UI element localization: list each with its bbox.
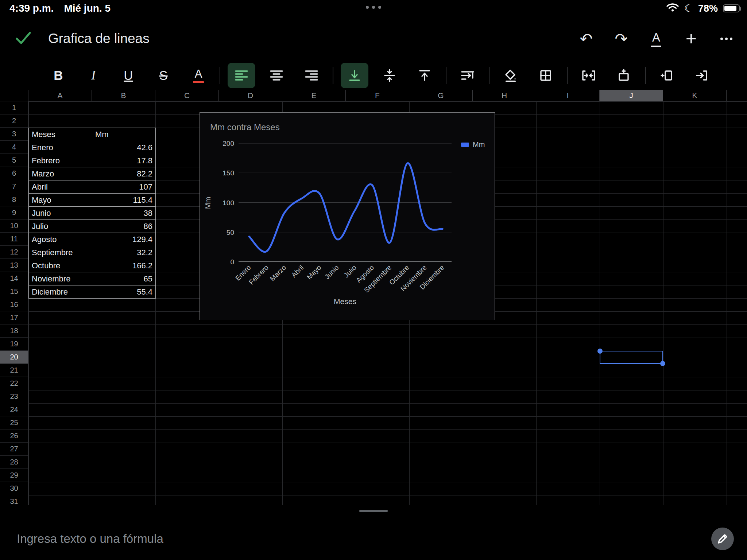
valign-bottom-button[interactable] bbox=[341, 63, 368, 88]
more-options-button[interactable] bbox=[713, 26, 739, 51]
merge-cells-button[interactable] bbox=[575, 63, 603, 88]
row-header-22[interactable]: 22 bbox=[0, 377, 28, 390]
cell-label[interactable]: Abril bbox=[29, 180, 92, 194]
cell-label[interactable]: Enero bbox=[29, 141, 92, 154]
text-color-button[interactable]: A bbox=[185, 63, 212, 88]
row-header-20[interactable]: 20 bbox=[0, 351, 28, 364]
cell-label[interactable]: Febrero bbox=[29, 154, 92, 167]
strikethrough-button[interactable]: S bbox=[150, 63, 177, 88]
borders-button[interactable] bbox=[532, 63, 560, 88]
cell-label[interactable]: Marzo bbox=[29, 167, 92, 180]
bold-button[interactable]: B bbox=[44, 63, 72, 88]
cell-value[interactable]: 42.6 bbox=[92, 141, 156, 154]
cell-value[interactable]: 55.4 bbox=[92, 285, 156, 299]
row-header-10[interactable]: 10 bbox=[0, 219, 28, 233]
cell-value[interactable]: 166.2 bbox=[92, 259, 156, 272]
document-title[interactable]: Grafica de lineas bbox=[48, 31, 150, 46]
cell-label[interactable]: Diciembre bbox=[29, 285, 92, 299]
cell-value[interactable]: 129.4 bbox=[92, 233, 156, 246]
column-header-B[interactable]: B bbox=[92, 90, 155, 101]
cell-value[interactable]: 17.8 bbox=[92, 154, 156, 167]
row-header-24[interactable]: 24 bbox=[0, 403, 28, 416]
insert-column-left-button[interactable] bbox=[653, 63, 681, 88]
valign-top-button[interactable] bbox=[411, 63, 438, 88]
column-header-G[interactable]: G bbox=[409, 90, 473, 101]
undo-button[interactable]: ↶ bbox=[573, 26, 599, 51]
row-header-28[interactable]: 28 bbox=[0, 456, 28, 469]
row-header-31[interactable]: 31 bbox=[0, 495, 28, 505]
fill-color-button[interactable] bbox=[497, 63, 525, 88]
underline-button[interactable]: U bbox=[115, 63, 142, 88]
selection-handle-bottom-right[interactable] bbox=[660, 361, 665, 366]
row-header-16[interactable]: 16 bbox=[0, 298, 28, 311]
row-header-29[interactable]: 29 bbox=[0, 469, 28, 482]
italic-button[interactable]: I bbox=[80, 63, 107, 88]
row-header-25[interactable]: 25 bbox=[0, 416, 28, 429]
row-header-27[interactable]: 27 bbox=[0, 443, 28, 456]
column-header-H[interactable]: H bbox=[473, 90, 536, 101]
align-left-button[interactable] bbox=[228, 63, 255, 88]
row-header-12[interactable]: 12 bbox=[0, 246, 28, 259]
row-header-11[interactable]: 11 bbox=[0, 233, 28, 246]
column-header-E[interactable]: E bbox=[282, 90, 346, 101]
row-header-19[interactable]: 19 bbox=[0, 338, 28, 351]
row-header-13[interactable]: 13 bbox=[0, 259, 28, 272]
cell-label[interactable]: Noviembre bbox=[29, 272, 92, 285]
row-header-18[interactable]: 18 bbox=[0, 324, 28, 338]
cell-value[interactable]: 82.2 bbox=[92, 167, 156, 180]
column-header-K[interactable]: K bbox=[663, 90, 727, 101]
column-header-D[interactable]: D bbox=[219, 90, 282, 101]
cell-value[interactable]: 115.4 bbox=[92, 194, 156, 207]
row-header-30[interactable]: 30 bbox=[0, 482, 28, 495]
row-header-17[interactable]: 17 bbox=[0, 311, 28, 324]
row-header-21[interactable]: 21 bbox=[0, 364, 28, 377]
cell-label[interactable]: Meses bbox=[29, 128, 92, 141]
insert-column-right-button[interactable] bbox=[688, 63, 716, 88]
drag-handle[interactable] bbox=[359, 510, 388, 512]
align-center-button[interactable] bbox=[263, 63, 290, 88]
insert-button[interactable]: + bbox=[678, 26, 704, 51]
cell-value[interactable]: Mm bbox=[92, 128, 156, 141]
sheet-corner[interactable] bbox=[0, 90, 28, 101]
format-button[interactable]: A bbox=[643, 26, 669, 51]
cell-value[interactable]: 107 bbox=[92, 180, 156, 194]
row-header-8[interactable]: 8 bbox=[0, 193, 28, 206]
selection-handle-top-left[interactable] bbox=[597, 349, 603, 354]
row-header-4[interactable]: 4 bbox=[0, 141, 28, 154]
valign-middle-button[interactable] bbox=[376, 63, 403, 88]
row-header-23[interactable]: 23 bbox=[0, 390, 28, 403]
cell-value[interactable]: 32.2 bbox=[92, 246, 156, 259]
cell-value[interactable]: 38 bbox=[92, 207, 156, 220]
align-right-button[interactable] bbox=[298, 63, 325, 88]
row-header-26[interactable]: 26 bbox=[0, 429, 28, 443]
row-header-9[interactable]: 9 bbox=[0, 206, 28, 219]
row-header-14[interactable]: 14 bbox=[0, 272, 28, 285]
row-header-6[interactable]: 6 bbox=[0, 167, 28, 180]
column-header-A[interactable]: A bbox=[28, 90, 92, 101]
row-header-3[interactable]: 3 bbox=[0, 128, 28, 141]
insert-row-button[interactable] bbox=[610, 63, 638, 88]
row-header-1[interactable]: 1 bbox=[0, 101, 28, 114]
embedded-chart[interactable]: Mm contra Meses Mm Mm Meses 050100150200… bbox=[200, 112, 495, 320]
cell-label[interactable]: Mayo bbox=[29, 194, 92, 207]
column-header-J[interactable]: J bbox=[600, 90, 663, 101]
formula-input-placeholder[interactable]: Ingresa texto o una fórmula bbox=[17, 532, 163, 546]
selected-cell-J20[interactable] bbox=[600, 351, 663, 364]
multitasking-pill-icon[interactable] bbox=[0, 6, 747, 9]
done-check-icon[interactable] bbox=[15, 30, 32, 48]
cell-label[interactable]: Agosto bbox=[29, 233, 92, 246]
redo-button[interactable]: ↷ bbox=[608, 26, 634, 51]
row-header-2[interactable]: 2 bbox=[0, 114, 28, 128]
cell-label[interactable]: Junio bbox=[29, 207, 92, 220]
row-header-7[interactable]: 7 bbox=[0, 180, 28, 193]
column-header-I[interactable]: I bbox=[536, 90, 600, 101]
text-wrap-button[interactable] bbox=[454, 63, 481, 88]
cell-value[interactable]: 86 bbox=[92, 220, 156, 233]
cell-label[interactable]: Julio bbox=[29, 220, 92, 233]
cell-label[interactable]: Septiembre bbox=[29, 246, 92, 259]
edit-pencil-button[interactable] bbox=[711, 528, 734, 550]
column-header-F[interactable]: F bbox=[346, 90, 409, 101]
column-header-C[interactable]: C bbox=[155, 90, 219, 101]
formula-bar[interactable]: Ingresa texto o una fórmula bbox=[0, 518, 747, 560]
cell-label[interactable]: Octubre bbox=[29, 259, 92, 272]
